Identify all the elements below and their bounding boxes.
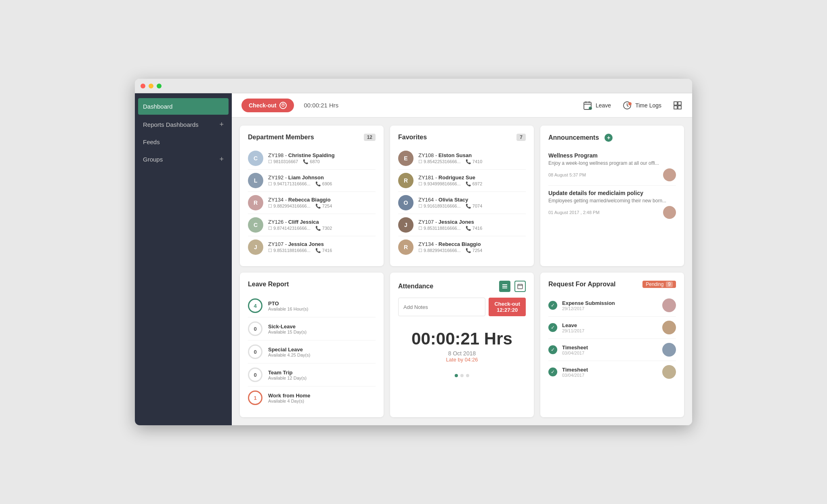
- approval-item[interactable]: ✓ Timesheet 03/04/2017: [548, 361, 676, 383]
- sidebar-item-feeds[interactable]: Feeds: [135, 134, 232, 150]
- leave-item[interactable]: 0 Team Trip Available 12 Day(s): [248, 363, 376, 386]
- topbar-timer: 00:00:21 Hrs: [304, 102, 338, 109]
- favorites-card: Favorites 7 E ZY108 - Elston Susan ☐ 9.8…: [390, 126, 534, 266]
- member-info: ZY126 - Cliff Jessica ☐ 9.874142316666..…: [268, 219, 376, 231]
- svg-rect-14: [502, 288, 507, 288]
- attendance-checkout-button[interactable]: Check-out 12:27:20: [489, 298, 526, 316]
- leave-name: Sick-Leave: [268, 323, 306, 330]
- leave-info: Special Leave Available 4.25 Day(s): [268, 346, 310, 357]
- member-info: ZY107 - Jessica Jones ☐ 9.853118816666..…: [418, 219, 526, 231]
- member-item[interactable]: J ZY107 - Jessica Jones ☐ 9.853118816666…: [248, 236, 376, 258]
- leave-report-title: Leave Report: [248, 281, 376, 288]
- avatar: R: [398, 173, 414, 188]
- approval-item[interactable]: ✓ Leave 29/11/2017: [548, 317, 676, 339]
- leave-item[interactable]: 0 Special Leave Available 4.25 Day(s): [248, 340, 376, 363]
- approval-item[interactable]: ✓ Timesheet 03/04/2017: [548, 339, 676, 361]
- favorites-list: E ZY108 - Elston Susan ☐ 9.854225316666.…: [398, 147, 526, 258]
- checkout-label: Check-out: [249, 102, 276, 109]
- svg-rect-11: [678, 106, 681, 109]
- pending-badge: Pending 9: [642, 281, 676, 288]
- phone-text: ☐ 9.882994316666...: [418, 248, 461, 253]
- page-dot-3[interactable]: [466, 374, 469, 377]
- member-contact: ☐ 9.874142316666... 📞 7302: [268, 226, 376, 231]
- leave-label: Leave: [596, 102, 611, 109]
- favorites-count-badge: 7: [516, 134, 526, 141]
- leave-info: Sick-Leave Available 15 Day(s): [268, 323, 306, 334]
- attendance-timer: 00:00:21 Hrs 8 Oct 2018 Late by 04:26: [398, 323, 526, 369]
- announcements-card: Announcements + Wellness Program Enjoy a…: [540, 126, 684, 266]
- attendance-pagination: [398, 374, 526, 377]
- member-item[interactable]: O ZY164 - Olivia Stacy ☐ 9.916189316666.…: [398, 192, 526, 214]
- checkout-button[interactable]: Check-out ⏱: [241, 99, 294, 112]
- member-item[interactable]: R ZY134 - Rebecca Biaggio ☐ 9.8829943166…: [248, 192, 376, 214]
- leave-item[interactable]: 0 Sick-Leave Available 15 Day(s): [248, 317, 376, 340]
- svg-rect-10: [674, 106, 677, 109]
- member-info: ZY108 - Elston Susan ☐ 9.854225316666...…: [418, 152, 526, 164]
- check-circle: ✓: [548, 301, 557, 310]
- member-info: ZY134 - Rebecca Biaggio ☐ 9.882994316666…: [268, 197, 376, 209]
- favorites-title: Favorites 7: [398, 134, 526, 141]
- svg-point-7: [628, 102, 632, 105]
- request-approval-card: Request For Approval Pending 9 ✓ Expense…: [540, 273, 684, 417]
- grid-nav[interactable]: [673, 101, 682, 110]
- attendance-header: Attendance: [398, 281, 526, 292]
- leave-name: Special Leave: [268, 346, 310, 353]
- leave-item[interactable]: 4 PTO Available 16 Hour(s): [248, 294, 376, 317]
- att-time-display: 00:00:21 Hrs: [398, 329, 526, 349]
- leave-item[interactable]: 1 Work from Home Available 4 Day(s): [248, 386, 376, 409]
- add-announcement-button[interactable]: +: [605, 134, 613, 142]
- leave-name: Team Trip: [268, 370, 306, 376]
- page-dot-1[interactable]: [455, 374, 458, 377]
- member-item[interactable]: C ZY198 - Christine Spalding ☐ 981031666…: [248, 147, 376, 170]
- page-dot-2[interactable]: [460, 374, 464, 377]
- member-item[interactable]: R ZY134 - Rebecca Biaggio ☐ 9.8829943166…: [398, 236, 526, 258]
- ext-text: 📞 7254: [315, 204, 332, 209]
- notes-input[interactable]: [398, 298, 485, 316]
- phone-text: ☐ 9.916189316666...: [418, 204, 461, 209]
- member-id-name: ZY107 - Jessica Jones: [268, 241, 376, 247]
- member-item[interactable]: C ZY126 - Cliff Jessica ☐ 9.874142316666…: [248, 214, 376, 236]
- member-item[interactable]: L ZY192 - Liam Johnson ☐ 9.947171316666.…: [248, 170, 376, 192]
- maximize-dot[interactable]: [157, 84, 162, 88]
- leave-nav[interactable]: ✓ Leave: [583, 101, 611, 110]
- timelogs-nav[interactable]: Time Logs: [622, 101, 661, 110]
- leave-circle: 1: [248, 391, 262, 405]
- main-content: Check-out ⏱ 00:00:21 Hrs ✓: [232, 93, 692, 425]
- dept-members-list: C ZY198 - Christine Spalding ☐ 981031666…: [248, 147, 376, 258]
- member-item[interactable]: J ZY107 - Jessica Jones ☐ 9.853118816666…: [398, 214, 526, 236]
- attendance-calendar-view[interactable]: [514, 281, 526, 292]
- avatar: C: [248, 151, 263, 166]
- approval-date: 29/11/2017: [562, 328, 657, 333]
- member-info: ZY134 - Rebecca Biaggio ☐ 9.882994316666…: [418, 241, 526, 253]
- sidebar-item-dashboard[interactable]: Dashboard: [138, 98, 229, 115]
- approval-item[interactable]: ✓ Expense Submission 29/12/2017: [548, 294, 676, 317]
- member-id-name: ZY107 - Jessica Jones: [418, 219, 526, 225]
- pending-count: 9: [666, 281, 673, 287]
- ext-text: 📞 7416: [315, 248, 332, 253]
- sidebar-item-reports[interactable]: Reports Dashboards +: [135, 116, 232, 134]
- member-id-name: ZY192 - Liam Johnson: [268, 174, 376, 181]
- phone-text: ☐ 9.947171316666...: [268, 181, 311, 187]
- close-dot[interactable]: [141, 84, 145, 88]
- member-info: ZY198 - Christine Spalding ☐ 9810316667 …: [268, 152, 376, 164]
- ann-avatar: [663, 206, 676, 219]
- leave-icon: ✓: [583, 101, 592, 110]
- ann-footer: 08 August 5:37 PM: [548, 168, 676, 181]
- sidebar-item-groups[interactable]: Groups +: [135, 150, 232, 168]
- sidebar: Dashboard Reports Dashboards + Feeds Gro…: [135, 93, 232, 425]
- member-info: ZY192 - Liam Johnson ☐ 9.947171316666...…: [268, 174, 376, 187]
- member-item[interactable]: E ZY108 - Elston Susan ☐ 9.854225316666.…: [398, 147, 526, 170]
- attendance-list-view[interactable]: [499, 281, 510, 292]
- member-item[interactable]: R ZY181 - Rodriguez Sue ☐ 9.934999816666…: [398, 170, 526, 192]
- attendance-input-row: Check-out 12:27:20: [398, 298, 526, 316]
- announcements-title: Announcements +: [548, 134, 676, 142]
- ann-title: Update details for mediclaim policy: [548, 190, 676, 196]
- approval-avatar: [662, 321, 676, 334]
- ext-text: 📞 7416: [466, 226, 483, 231]
- minimize-dot[interactable]: [149, 84, 153, 88]
- ann-footer: 01 August 2017 , 2:48 PM: [548, 206, 676, 219]
- svg-rect-9: [678, 102, 681, 105]
- ann-avatar: [663, 168, 676, 181]
- leave-available: Available 12 Day(s): [268, 376, 306, 380]
- ext-text: 📞 7074: [466, 204, 483, 209]
